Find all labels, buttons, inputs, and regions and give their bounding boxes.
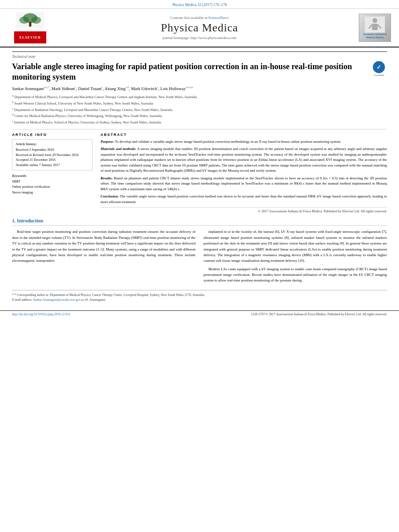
- intro-left-col: Real-time target position monitoring and…: [12, 229, 195, 286]
- article-info-header: ARTICLE INFO: [12, 133, 93, 137]
- intro-para2-right: Modern LAs come equipped with a kV imagi…: [204, 266, 387, 283]
- intro-para1: Real-time target position monitoring and…: [12, 229, 195, 263]
- abstract-results: Results: Based on phantom and patient CB…: [101, 176, 387, 192]
- abstract-purpose: Purpose: To develop and validate a varia…: [101, 139, 387, 145]
- introduction-section: 1. Introduction Real-time target positio…: [12, 218, 387, 286]
- footnote-email-line: E-mail address: Sankar.Arumugam@sswahs.n…: [12, 298, 387, 302]
- svg-point-6: [372, 18, 377, 23]
- section-divider: [12, 129, 387, 129]
- affil-b-super: b: [12, 101, 14, 104]
- email-link[interactable]: Sankar.Arumugam@sswahs.nsw.gov.au: [33, 298, 84, 302]
- purpose-text: To develop and validate a variable angle…: [115, 140, 341, 144]
- abstract-header: ABSTRACT: [101, 133, 387, 137]
- author4-name: , Aitang Xing: [103, 86, 125, 91]
- journal-header: ELSEVIER Contents lists available at Sci…: [0, 9, 399, 47]
- methods-label: Materials and methods:: [101, 147, 136, 151]
- accepted-date: Accepted 21 December 2016: [16, 157, 89, 162]
- affil-d: d Centre for Medical Radiation Physics, …: [12, 113, 387, 119]
- author3-name: , Daniel Truant: [76, 86, 101, 91]
- journal-name: Physica Medica: [52, 21, 347, 34]
- author5-name: , Mark Udovitch: [129, 86, 157, 91]
- intro-right-col: implanted in or in the vicinity of, the …: [204, 229, 387, 286]
- affil-e-super: e: [12, 119, 13, 123]
- history-label: Article history:: [16, 142, 89, 146]
- svg-point-3: [19, 16, 29, 24]
- affil-c-super: c: [12, 107, 13, 110]
- footnote-section: * * Corresponding author at: Department …: [12, 290, 387, 302]
- article-title-row: Variable angle stereo imaging for rapid …: [12, 61, 387, 82]
- page-wrapper: Physica Medica 33 (2017) 170–178 ELSEVIE…: [0, 0, 399, 318]
- contents-line: Contents lists available at ScienceDirec…: [52, 16, 347, 20]
- main-content: Technical note Variable angle stereo ima…: [0, 47, 399, 306]
- bottom-bar: http://dx.doi.org/10.1016/j.ejmp.2016.12…: [0, 310, 399, 318]
- purpose-label: Purpose:: [101, 140, 114, 144]
- abstract-column: ABSTRACT Purpose: To develop and validat…: [101, 133, 387, 214]
- methods-text: A stereo imaging module that enables 3D …: [101, 147, 387, 173]
- affil-b-text: South Western Clinical School, Universit…: [14, 101, 153, 105]
- author6-super: a,b,d,e: [185, 86, 193, 89]
- journal-thumb-title: European Journal of Medical Physics: [360, 33, 389, 39]
- crossmark-label: CrossMark: [374, 74, 385, 76]
- intro-para1-right: implanted in or in the vicinity of, the …: [204, 229, 387, 263]
- publisher-logo-area: ELSEVIER: [8, 12, 52, 43]
- affil-a-super: a: [12, 94, 14, 97]
- crossmark-icon: ✓: [373, 61, 385, 73]
- affil-d-text: Centre for Medical Radiation Physics, Un…: [14, 114, 162, 118]
- intro-section-title: 1. Introduction: [12, 218, 387, 226]
- journal-ref-text: Physica Medica 33 (2017) 170–178: [172, 3, 227, 7]
- svg-rect-2: [29, 22, 31, 27]
- affil-a: a Department of Medical Physics, Liverpo…: [12, 94, 387, 100]
- article-history-box: Article history: Received 2 September 20…: [12, 139, 93, 170]
- affil-c: c Department of Radiation Oncology, Live…: [12, 107, 387, 113]
- conclusion-label: Conclusion:: [101, 194, 119, 198]
- footnote-corresponding-text: * Corresponding author at: Department of…: [14, 293, 205, 297]
- conclusion-text: The variable angle stereo image based po…: [101, 194, 387, 204]
- article-info-column: ARTICLE INFO Article history: Received 2…: [12, 133, 93, 214]
- elsevier-logo: ELSEVIER: [14, 31, 46, 43]
- keywords-box: Keywords: SBRT Online position verificat…: [12, 174, 93, 195]
- svg-point-4: [31, 16, 41, 24]
- affiliations-section: a Department of Medical Physics, Liverpo…: [12, 94, 387, 125]
- article-title: Variable angle stereo imaging for rapid …: [12, 61, 367, 82]
- affil-b: b South Western Clinical School, Univers…: [12, 101, 387, 106]
- keywords-label: Keywords:: [12, 174, 93, 178]
- keyword-1: SBRT: [12, 179, 93, 185]
- copyright-line: © 2017 Associazione Italiana di Fisica M…: [101, 207, 387, 213]
- svg-rect-7: [372, 24, 378, 30]
- journal-title-area: Contents lists available at ScienceDirec…: [52, 16, 347, 40]
- doi-link[interactable]: http://dx.doi.org/10.1016/j.ejmp.2016.12…: [12, 312, 70, 316]
- crossmark-area: ✓ CrossMark: [371, 61, 387, 76]
- keyword-2: Online position verification: [12, 184, 93, 190]
- affil-a-text: Department of Medical Physics, Liverpool…: [14, 95, 197, 99]
- revised-date: Received in Revised form 29 November 201…: [16, 152, 89, 158]
- info-abstract-columns: ARTICLE INFO Article history: Received 2…: [12, 133, 387, 214]
- email-label: E-mail address:: [12, 298, 32, 302]
- received-date: Received 2 September 2016: [16, 147, 89, 152]
- journal-thumb: European Journal of Medical Physics: [359, 14, 391, 42]
- author2-name: , Mark Sidhom: [49, 86, 75, 91]
- email-suffix: (S. Arumugam).: [85, 298, 106, 302]
- journal-thumbnail-area: European Journal of Medical Physics: [347, 14, 391, 42]
- elsevier-tree-icon: [16, 12, 44, 28]
- journal-url: journal homepage: http://www.physicamedi…: [52, 36, 347, 40]
- author6-name: , Lois Holloway: [158, 86, 186, 91]
- journal-cover-image: [365, 16, 385, 33]
- keyword-3: Stereo imaging: [12, 190, 93, 195]
- author4-super: a,b: [125, 86, 129, 89]
- results-label: Results:: [101, 176, 113, 180]
- abstract-methods: Materials and methods: A stereo imaging …: [101, 146, 387, 174]
- affil-e-text: Institute of Medical Physics, School of …: [14, 120, 161, 124]
- sciencedirect-link[interactable]: ScienceDirect: [208, 16, 228, 20]
- footnote-star: * * Corresponding author at: Department …: [12, 293, 387, 298]
- intro-two-col: Real-time target position monitoring and…: [12, 229, 387, 286]
- author1-super: a,b,*: [44, 86, 49, 89]
- journal-reference-bar: Physica Medica 33 (2017) 170–178: [0, 0, 399, 9]
- author1-name: Sankar Arumugam: [12, 86, 44, 91]
- authors-line: Sankar Arumugama,b,*, Mark Sidhomc, Dani…: [12, 85, 387, 92]
- article-type: Technical note: [12, 51, 387, 59]
- results-text: Based on phantom and patient CBCT datase…: [101, 176, 387, 191]
- issn-text: 1120-1797/© 2017 Associazione Italiana d…: [251, 312, 387, 316]
- available-date: Available online 7 January 2017: [16, 162, 89, 168]
- affil-e: e Institute of Medical Physics, School o…: [12, 119, 387, 125]
- affil-d-super: d: [12, 113, 14, 116]
